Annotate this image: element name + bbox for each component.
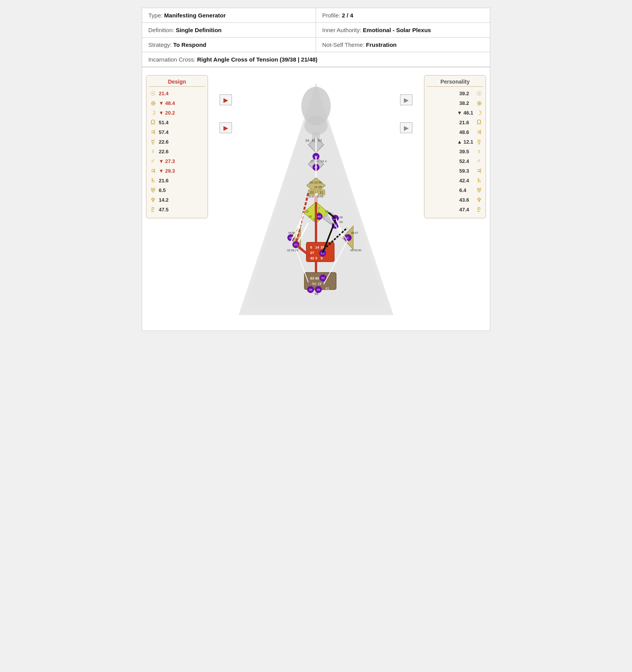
gate-value-4: 48.6 <box>459 129 473 135</box>
gate-value-2: ▼ 46.1 <box>457 110 473 116</box>
panel-row-4: ♃57.4 <box>149 128 205 136</box>
gate-value-3: 51.4 <box>159 120 173 125</box>
right-nav-top[interactable]: ▶ <box>400 94 412 105</box>
svg-text:54: 54 <box>312 282 316 286</box>
panel-row-7: 52.4♂ <box>427 157 483 165</box>
strategy-cell: Strategy: To Respond <box>142 38 316 52</box>
gate-value-5: 22.6 <box>159 139 173 145</box>
main-card: Type: Manifesting Generator Profile: 2 /… <box>142 8 490 331</box>
gate-value-10: 6.4 <box>459 187 473 193</box>
planet-icon-1: ⊕ <box>149 99 157 107</box>
panel-row-2: ▼ 46.1☽ <box>427 108 483 117</box>
panel-row-1: 38.2⊕ <box>427 99 483 107</box>
definition-label: Definition: <box>148 27 174 33</box>
svg-text:25: 25 <box>325 210 328 213</box>
planet-icon-3: Ω <box>149 118 157 127</box>
panel-row-4: 48.6♃ <box>427 128 483 136</box>
gate-value-12: 47.4 <box>459 207 473 213</box>
planet-icon-6: ♀ <box>149 147 157 156</box>
panel-row-8: ♃▼ 29.3 <box>149 166 205 175</box>
svg-text:37: 37 <box>355 231 358 235</box>
panel-row-7: ♂▼ 27.3 <box>149 157 205 165</box>
svg-text:30: 30 <box>358 249 361 252</box>
panel-row-0: 39.2☉ <box>427 89 483 98</box>
svg-text:3: 3 <box>315 256 317 260</box>
planet-icon-6: ♀ <box>475 147 483 156</box>
design-rows: ☉21.4⊕▼ 48.4☽▼ 20.2Ω51.4♃57.4☿22.6♀22.6♂… <box>149 89 205 214</box>
planet-icon-1: ⊕ <box>475 99 483 107</box>
svg-point-3 <box>304 116 328 135</box>
left-nav-arrows: ▶ ▶ <box>220 94 232 133</box>
panel-row-11: 43.6♆ <box>427 195 483 204</box>
panel-row-5: ☿22.6 <box>149 137 205 146</box>
svg-text:9: 9 <box>321 256 323 260</box>
gate-value-8: ▼ 29.3 <box>159 168 175 174</box>
planet-icon-4: ♃ <box>475 128 483 136</box>
panel-row-3: 21.6Ω <box>427 118 483 127</box>
svg-text:23: 23 <box>314 181 318 184</box>
type-label: Type: <box>148 12 163 19</box>
svg-text:26: 26 <box>339 216 343 219</box>
planet-icon-12: ♇ <box>475 205 483 214</box>
svg-text:42: 42 <box>310 256 314 260</box>
svg-text:20: 20 <box>310 190 314 194</box>
panel-row-12: ♇47.5 <box>149 205 205 214</box>
svg-text:44: 44 <box>288 231 292 235</box>
svg-text:16: 16 <box>314 185 318 189</box>
panel-row-10: 6.4♅ <box>427 186 483 194</box>
svg-text:7: 7 <box>318 207 320 210</box>
left-nav-top[interactable]: ▶ <box>220 94 232 105</box>
svg-text:8: 8 <box>312 195 314 198</box>
cross-value: Right Angle Cross of Tension (39/38 | 21… <box>197 56 318 63</box>
definition-cell: Definition: Single Definition <box>142 23 316 38</box>
strategy-value: To Respond <box>173 41 206 48</box>
svg-text:4: 4 <box>325 159 327 163</box>
svg-text:49: 49 <box>350 249 354 252</box>
type-cell: Type: Manifesting Generator <box>142 8 316 23</box>
planet-icon-11: ♆ <box>149 195 157 204</box>
left-nav-bottom[interactable]: ▶ <box>220 122 232 133</box>
gate-value-10: 6.5 <box>159 187 173 193</box>
svg-text:64: 64 <box>306 139 309 142</box>
authority-label: Inner Authority: <box>322 27 361 33</box>
type-value: Manifesting Generator <box>164 12 226 19</box>
gate-value-12: 47.5 <box>159 207 173 213</box>
panel-row-11: ♆14.2 <box>149 195 205 204</box>
panel-row-3: Ω51.4 <box>149 118 205 127</box>
planet-icon-4: ♃ <box>149 128 157 136</box>
planet-icon-7: ♂ <box>475 157 483 165</box>
planet-icon-10: ♅ <box>149 186 157 194</box>
planet-icon-7: ♂ <box>149 157 157 165</box>
planet-icon-8: ♃ <box>475 166 483 175</box>
planet-icon-9: ♄ <box>149 176 157 185</box>
gate-value-1: 38.2 <box>459 100 473 106</box>
gate-value-2: ▼ 20.2 <box>159 110 175 116</box>
planet-icon-12: ♇ <box>149 205 157 214</box>
definition-value: Single Definition <box>176 27 222 33</box>
gate-value-0: 39.2 <box>459 91 473 96</box>
planet-icon-2: ☽ <box>475 108 483 117</box>
gate-value-0: 21.4 <box>159 91 173 96</box>
gate-value-7: 52.4 <box>459 158 473 164</box>
panel-row-9: 42.4♄ <box>427 176 483 185</box>
authority-cell: Inner Authority: Emotional - Solar Plexu… <box>316 23 490 38</box>
svg-text:28: 28 <box>291 249 294 252</box>
profile-cell: Profile: 2 / 4 <box>316 8 490 23</box>
gate-value-6: 22.6 <box>159 149 173 154</box>
svg-text:58: 58 <box>314 292 318 296</box>
panel-row-12: 47.4♇ <box>427 205 483 214</box>
svg-text:36: 36 <box>351 231 354 235</box>
gate-value-6: 39.5 <box>459 149 473 154</box>
svg-text:5: 5 <box>310 245 312 249</box>
right-nav-bottom[interactable]: ▶ <box>400 122 412 133</box>
panel-row-10: ♅6.5 <box>149 186 205 194</box>
design-title: Design <box>149 79 205 87</box>
chart-area: Design ☉21.4⊕▼ 48.4☽▼ 20.2Ω51.4♃57.4☿22.… <box>142 67 490 331</box>
gate-value-11: 43.6 <box>459 197 473 203</box>
gate-value-4: 57.4 <box>159 129 173 135</box>
panel-row-0: ☉21.4 <box>149 89 205 98</box>
svg-text:38: 38 <box>309 288 313 291</box>
planet-icon-9: ♄ <box>475 176 483 185</box>
planet-icon-5: ☿ <box>475 137 483 146</box>
planet-icon-2: ☽ <box>149 108 157 117</box>
